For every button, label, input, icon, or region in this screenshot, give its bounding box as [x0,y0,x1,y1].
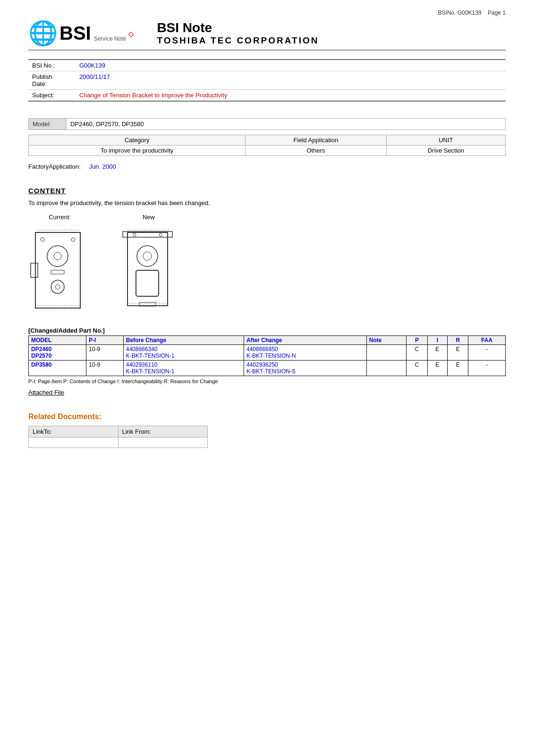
header-i: I [427,335,448,344]
after-dp3580: 4402936250K-BKT-TENSION-S [244,360,367,376]
svg-point-17 [159,233,162,236]
attached-file-link[interactable]: Attached File [28,389,64,396]
new-bracket-svg [118,223,179,318]
subject-value: Change of Tension Bracket to Improve the… [76,89,506,101]
field-app-cell: Others [246,145,387,155]
svg-rect-18 [136,270,159,296]
parts-row-dp2460: DP2460DP2570 10-9 4408666340K-BKT-TENSIO… [29,344,506,360]
changed-parts-title: [Changed/Added Part No.] [28,327,506,334]
model-table: Model: DP2460, DP2570, DP3580 [28,118,506,130]
p-dp2460: C [407,344,427,360]
legend-text: P-I: Page-Item P: Contents of Change I: … [28,378,506,384]
logo-container: 🌐 BSI Service Note ⬦ BSI Note TOSHIBA TE… [28,21,506,51]
bsi-note-title: BSI Note [157,21,212,35]
bsi-no-value: G00K139 [76,60,506,71]
model-row: Model: DP2460, DP2570, DP3580 [29,118,506,129]
publish-value: 2000/11/17 [76,71,506,89]
diagrams-section: Current [28,214,506,318]
bsi-note-right: BSI Note TOSHIBA TEC CORPORATION [157,21,319,46]
category-header: Category [29,135,246,145]
header-r: R [448,335,468,344]
new-label: New [143,214,155,221]
svg-point-5 [71,238,75,241]
factory-app-value: Jun. 2000 [89,163,116,170]
pi-dp2460: 10-9 [86,344,124,360]
svg-point-15 [143,252,152,260]
related-header-row: LinkTo: Link From: [29,426,208,437]
new-bracket-image [118,223,179,318]
svg-point-2 [47,246,68,266]
new-diagram: New [118,214,179,318]
factory-app: FactoryApplication: Jun. 2000 [28,163,506,170]
current-diagram: Current [28,214,90,318]
parts-table: MODEL P-I Before Change After Change Not… [28,335,506,376]
svg-point-14 [137,246,158,266]
link-to-cell [29,437,119,447]
info-row-subject: Subject: Change of Tension Bracket to Im… [28,89,506,101]
p-dp3580: C [407,360,427,376]
related-docs-table: LinkTo: Link From: [28,426,208,448]
field-app-header: Field Application [246,135,387,145]
header-faa: FAA [468,335,506,344]
svg-point-7 [55,284,60,289]
svg-point-6 [51,280,64,293]
service-note-label: Service Note [94,35,127,42]
svg-point-4 [41,238,44,241]
link-to-header: LinkTo: [29,426,119,437]
svg-point-3 [54,252,61,260]
r-dp2460: E [448,344,468,360]
bsi-brand-text: BSI [59,23,91,44]
content-heading: CONTENT [28,187,506,195]
header-before: Before Change [123,335,244,344]
svg-rect-9 [31,263,38,277]
current-bracket-svg [28,223,90,318]
category-data-row: To improve the productivity Others Drive… [29,145,506,155]
pi-dp3580: 10-9 [86,360,124,376]
r-dp3580: E [448,360,468,376]
category-cell: To improve the productivity [29,145,246,155]
note-dp2460 [366,344,407,360]
related-docs-heading: Related Documents: [28,412,506,421]
content-text: To improve the productivity, the tension… [28,199,506,206]
i-dp3580: E [427,360,448,376]
category-table: Category Field Application UNIT To impro… [28,135,506,156]
related-data-row [29,437,208,447]
info-row-bsi: BSI No.: G00K139 [28,60,506,71]
svg-rect-10 [51,270,64,274]
header-model: MODEL [29,335,86,344]
header-p: P [407,335,427,344]
info-row-publish: PublishDate: 2000/11/17 [28,71,506,89]
header-note: Note [366,335,407,344]
svg-rect-12 [127,232,168,306]
subject-label: Subject: [28,89,76,101]
unit-cell: Drive Section [386,145,505,155]
model-dp3580: DP3580 [29,360,86,376]
link-from-header: Link From: [118,426,208,437]
model-value: DP2460, DP2570, DP3580 [67,118,506,129]
i-dp2460: E [427,344,448,360]
publish-label: PublishDate: [28,71,76,89]
globe-icon: 🌐 [28,21,58,45]
current-bracket-image [28,223,90,318]
note-dp3580 [366,360,407,376]
info-table: BSI No.: G00K139 PublishDate: 2000/11/17… [28,59,506,102]
page-number: Page 1 [488,9,506,16]
current-label: Current [49,214,69,221]
header-pi: P-I [86,335,124,344]
parts-row-dp3580: DP3580 10-9 4402936110K-BKT-TENSION-1 44… [29,360,506,376]
parts-header-row: MODEL P-I Before Change After Change Not… [29,335,506,344]
model-label: Model: [29,118,67,129]
factory-app-label: FactoryApplication: [28,163,81,170]
before-dp3580: 4402936110K-BKT-TENSION-1 [123,360,244,376]
toshiba-tec-label: TOSHIBA TEC CORPORATION [157,35,319,46]
red-arrow-icon: ⬦ [127,26,135,41]
bsi-no-label: BSI No.: [28,60,76,71]
faa-dp3580: - [468,360,506,376]
header-logo: 🌐 BSI Service Note ⬦ BSI Note TOSHIBA TE… [28,21,319,46]
page-meta: BSINo. G00K139 Page 1 [28,9,506,16]
link-from-cell [118,437,208,447]
category-header-row: Category Field Application UNIT [29,135,506,145]
faa-dp2460: - [468,344,506,360]
bsi-no-meta: BSINo. G00K139 [438,9,482,16]
svg-point-16 [133,233,136,236]
